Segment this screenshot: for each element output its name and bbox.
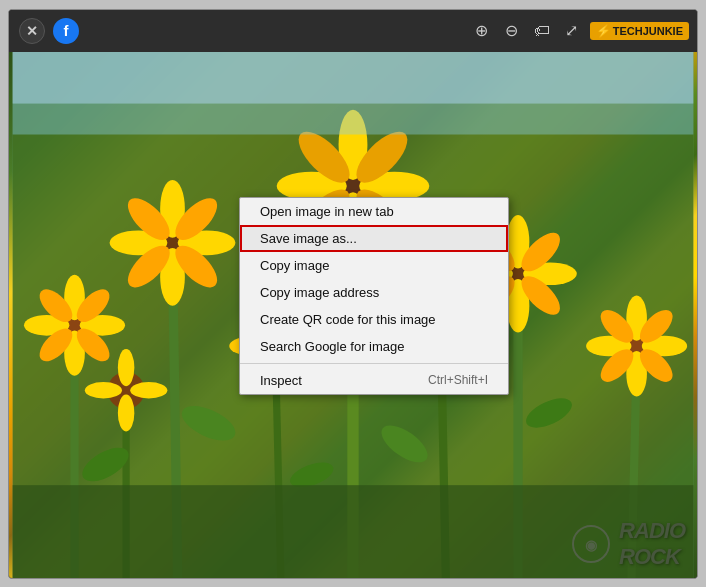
expand-icon: ⤢ [565,21,578,40]
context-menu-item-open-new-tab[interactable]: Open image in new tab [240,198,508,225]
copy-image-address-label: Copy image address [260,285,379,300]
svg-text:◉: ◉ [585,537,598,553]
content-area: ◉ RADIO ROCK Open image in new tab Save … [9,52,697,578]
open-new-tab-label: Open image in new tab [260,204,394,219]
zoom-in-icon: ⊕ [475,21,488,40]
close-button[interactable]: ✕ [19,18,45,44]
inspect-label: Inspect [260,373,302,388]
facebook-button[interactable]: f [53,18,79,44]
badge-icon: ⚡ [596,24,611,38]
watermark: ◉ RADIO ROCK [571,518,685,570]
techjunkie-badge: ⚡ TECHJUNKIE [590,22,689,40]
create-qr-code-label: Create QR code for this image [260,312,436,327]
watermark-text-radio: RADIO [619,518,685,544]
context-menu-item-search-google[interactable]: Search Google for image [240,333,508,360]
context-menu: Open image in new tab Save image as... C… [239,197,509,395]
tag-button[interactable]: 🏷 [530,19,554,43]
badge-label: TECHJUNKIE [613,25,683,37]
copy-image-label: Copy image [260,258,329,273]
context-menu-item-save-image-as[interactable]: Save image as... [240,225,508,252]
svg-point-55 [118,394,135,431]
svg-point-56 [85,382,122,399]
context-menu-item-inspect[interactable]: Inspect Ctrl+Shift+I [240,367,508,394]
svg-point-54 [118,349,135,386]
titlebar-left: ✕ f [19,18,79,44]
context-menu-item-copy-image[interactable]: Copy image [240,252,508,279]
svg-rect-77 [13,52,694,104]
zoom-out-icon: ⊖ [505,21,518,40]
inspect-shortcut: Ctrl+Shift+I [428,373,488,387]
zoom-in-button[interactable]: ⊕ [470,19,494,43]
svg-point-57 [130,382,167,399]
expand-button[interactable]: ⤢ [560,19,584,43]
titlebar: ✕ f ⊕ ⊖ 🏷 ⤢ ⚡ TECHJUNKIE [9,10,697,52]
watermark-circle-icon: ◉ [571,524,611,564]
facebook-icon: f [64,22,69,39]
titlebar-right: ⊕ ⊖ 🏷 ⤢ ⚡ TECHJUNKIE [470,19,689,43]
browser-window: ✕ f ⊕ ⊖ 🏷 ⤢ ⚡ TECHJUNKIE [8,9,698,579]
context-menu-item-create-qr-code[interactable]: Create QR code for this image [240,306,508,333]
context-menu-item-copy-image-address[interactable]: Copy image address [240,279,508,306]
watermark-text-rock: ROCK [619,544,680,570]
tag-icon: 🏷 [534,22,550,40]
search-google-label: Search Google for image [260,339,405,354]
context-menu-separator [240,363,508,364]
close-icon: ✕ [26,23,38,39]
save-image-as-label: Save image as... [260,231,357,246]
zoom-out-button[interactable]: ⊖ [500,19,524,43]
